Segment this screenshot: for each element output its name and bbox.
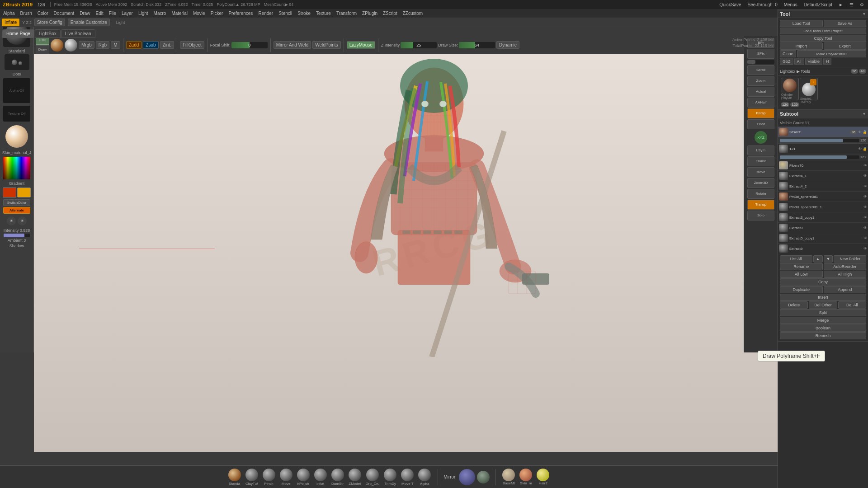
menu-preferences[interactable]: Preferences: [227, 11, 254, 16]
subtool-eye-ex2[interactable]: 👁: [863, 184, 867, 188]
tool-trimdy[interactable]: TrimDy: [382, 468, 398, 487]
rotate-btn[interactable]: Rotate: [747, 189, 774, 199]
menus-btn[interactable]: Menus: [783, 2, 799, 7]
subtool-lock-1[interactable]: 🔒: [863, 130, 867, 134]
color-gradient[interactable]: [3, 157, 30, 179]
visible-btn[interactable]: Visible: [805, 58, 822, 65]
del-all-btn[interactable]: Del All: [838, 301, 866, 309]
menu-layer[interactable]: Layer: [120, 11, 134, 16]
tab-home-page[interactable]: Home Page: [2, 29, 34, 38]
tab-lightbox[interactable]: LightBox: [35, 29, 61, 38]
tool-move[interactable]: Move: [278, 468, 294, 487]
subtool-item-ex0c[interactable]: Extract0_copy1 👁: [778, 233, 868, 244]
subtool-item-fibers[interactable]: Fibers70 👁: [778, 160, 868, 171]
floor-btn[interactable]: Floor: [747, 119, 774, 129]
merge-btn[interactable]: Merge: [780, 317, 866, 324]
subtool-eye-ex0c[interactable]: 👁: [863, 236, 867, 240]
dynamic-btn[interactable]: Dynamic: [496, 41, 519, 49]
subtool-item-start[interactable]: START 96 👁 🔒: [778, 127, 868, 137]
all-btn[interactable]: All: [794, 58, 804, 65]
split-btn[interactable]: Split: [780, 309, 866, 316]
default-zscript-btn[interactable]: DefaultZScript: [802, 2, 834, 7]
dots-preview[interactable]: [5, 54, 29, 70]
append-btn[interactable]: Append: [824, 286, 867, 293]
mini-slider-121[interactable]: [780, 155, 859, 159]
z-intensity-slider[interactable]: Z Intensity 25: [381, 42, 437, 48]
duplicate-btn[interactable]: Duplicate: [780, 286, 823, 293]
remesh-btn[interactable]: Remesh: [780, 332, 866, 339]
subtool-expand[interactable]: ▼: [862, 112, 866, 116]
menu-stencil[interactable]: Stencil: [277, 11, 293, 16]
frame-btn[interactable]: Frame: [747, 156, 774, 166]
inflate-btn[interactable]: Inflate: [2, 19, 19, 26]
light-btn-2[interactable]: ☀: [18, 216, 27, 225]
zadd-btn[interactable]: Zadd: [126, 41, 142, 49]
subtool-item-extract1[interactable]: Extract4_1 👁: [778, 171, 868, 181]
save-as-btn[interactable]: Save As: [824, 20, 867, 27]
tool-alpha-b[interactable]: Alpha: [416, 468, 433, 487]
subtool-eye-1[interactable]: 👁: [858, 130, 862, 134]
goz-btn[interactable]: GoZ: [780, 58, 793, 65]
tab-live-boolean[interactable]: Live Boolean: [61, 29, 95, 38]
menu-movie[interactable]: Movie: [192, 11, 207, 16]
subtool-item-121[interactable]: 121 👁 🔒: [778, 144, 868, 154]
m-btn[interactable]: M: [111, 41, 120, 49]
transp-btn[interactable]: Transp: [747, 200, 774, 210]
export-btn[interactable]: Export: [824, 42, 867, 50]
zsub-btn[interactable]: Zsub: [143, 41, 158, 49]
down-arrow-btn[interactable]: ▼: [824, 255, 833, 263]
main-canvas[interactable]: RRCG: [34, 45, 834, 452]
toolbar-icon-2[interactable]: ☰: [848, 2, 855, 7]
subtool-eye-ex1[interactable]: 👁: [863, 174, 867, 178]
menu-file[interactable]: File: [108, 11, 118, 16]
up-arrow-btn[interactable]: ▲: [813, 255, 823, 263]
copy-btn[interactable]: Copy: [780, 278, 866, 286]
menu-macro[interactable]: Macro: [152, 11, 168, 16]
actual-btn[interactable]: Actual: [747, 87, 774, 97]
tool-expand[interactable]: ▼: [862, 12, 866, 16]
subtool-eye-ex3c[interactable]: 👁: [863, 216, 867, 220]
light-btn-1[interactable]: ☀: [7, 216, 16, 225]
menu-zscript[interactable]: ZScript: [382, 11, 399, 16]
subtool-eye-pm3d2[interactable]: 👁: [863, 205, 867, 209]
menu-document[interactable]: Document: [52, 11, 76, 16]
menu-material[interactable]: Material: [170, 11, 189, 16]
list-all-btn[interactable]: List All: [780, 255, 812, 263]
mode-sphere[interactable]: [51, 39, 63, 52]
tool-standa[interactable]: Standa: [226, 468, 243, 487]
texture-preview[interactable]: Texture Off: [3, 106, 30, 122]
background-color[interactable]: [17, 188, 31, 197]
boolean-btn[interactable]: Boolean: [780, 324, 866, 332]
copy-tool-btn[interactable]: Copy Tool: [780, 35, 866, 42]
tool-inflat[interactable]: Inflat: [312, 468, 329, 487]
menu-draw[interactable]: Draw: [78, 11, 91, 16]
subtool-eye-ex9[interactable]: 👁: [863, 247, 867, 251]
tool-zmodel[interactable]: ZModel: [347, 468, 363, 487]
tool-thumb-1[interactable]: Cylinder PolyMe: [781, 78, 799, 100]
menu-texture[interactable]: Texture: [315, 11, 332, 16]
delete-btn[interactable]: Delete: [780, 301, 808, 309]
intensity-bar[interactable]: [4, 234, 30, 237]
subtool-list[interactable]: START 96 👁 🔒 120 121 👁 🔒: [778, 127, 868, 253]
zint-btn[interactable]: Zint.: [160, 41, 174, 49]
load-tools-project-btn[interactable]: Load Tools From Project: [780, 28, 866, 34]
tool-orb[interactable]: Orb_Cru: [364, 468, 382, 487]
subtool-eye-fibers[interactable]: 👁: [863, 164, 867, 168]
zoom-btn[interactable]: Zoom: [747, 76, 774, 86]
material-sphere[interactable]: [5, 125, 28, 148]
menu-alpha[interactable]: Alpha: [2, 11, 16, 16]
mode-material[interactable]: [65, 39, 77, 52]
clone-btn[interactable]: Clone: [780, 50, 796, 57]
menu-brush[interactable]: Brush: [19, 11, 33, 16]
tool-movet[interactable]: Move T: [399, 468, 415, 487]
del-other-btn[interactable]: Del Other: [809, 301, 837, 309]
tool-thumb-2[interactable]: 🔸 Simple1 TMPoly: [800, 78, 818, 100]
weld-points-btn[interactable]: WeldPoints: [312, 41, 340, 49]
toolbar-icon-3[interactable]: ⚙: [859, 2, 865, 7]
scroll-btn[interactable]: Scroll: [747, 65, 774, 75]
subtool-item-pm3d2[interactable]: Pm3d_sphere3d1_1 👁: [778, 202, 868, 212]
load-tool-btn[interactable]: Load Tool: [780, 20, 823, 27]
subtool-item-extract2[interactable]: Extract4_2 👁: [778, 181, 868, 192]
nav-sphere-2[interactable]: [477, 471, 490, 483]
menu-transform[interactable]: Transform: [335, 11, 358, 16]
